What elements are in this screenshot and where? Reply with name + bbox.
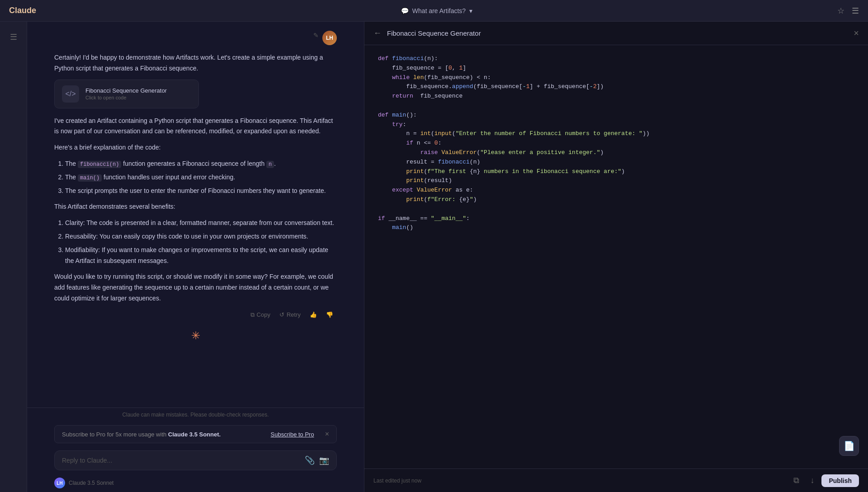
explanation-item-2: The main() function handles user input a… [65, 172, 337, 183]
retry-button[interactable]: ↺ Retry [276, 309, 304, 320]
chevron-down-icon: ▾ [469, 7, 472, 14]
model-bold-text: Claude 3.5 Sonnet. [168, 431, 221, 438]
close-banner-button[interactable]: × [325, 430, 329, 438]
artifact-panel-title-area: ← Fibonacci Sequence Generator [373, 28, 481, 38]
avatar-initials: LH [326, 35, 333, 41]
code-line-12: print(f"The first {n} numbers in the Fib… [378, 167, 854, 177]
download-button[interactable]: ↓ [807, 474, 818, 487]
camera-icon[interactable]: 📷 [319, 455, 329, 465]
explanation-heading: Here's a brief explanation of the code: [54, 142, 337, 153]
code-line-8: n = int(input("Enter the number of Fibon… [378, 129, 854, 139]
subscribe-text: Subscribe to Pro for 5x more usage with … [62, 431, 221, 438]
artifact-panel-footer: Last edited just now ⧉ ↓ Publish [364, 469, 868, 492]
menu-icon[interactable]: ☰ [852, 6, 859, 16]
code-line-blank2 [378, 205, 854, 214]
avatar: LH [322, 31, 337, 45]
explanation-item-3: The script prompts the user to enter the… [65, 186, 337, 197]
retry-label: Retry [287, 311, 301, 318]
assistant-paragraph-1: Certainly! I'd be happy to demonstrate h… [54, 52, 337, 74]
model-badge: LH [54, 478, 65, 488]
code-line-13: print(result) [378, 176, 854, 186]
code-line-6: def main(): [378, 111, 854, 120]
thumbs-up-icon: 👍 [310, 311, 317, 318]
subscribe-to-pro-link[interactable]: Subscribe to Pro [271, 431, 314, 438]
retry-icon: ↺ [279, 311, 284, 318]
benefit-1: Clarity: The code is presented in a clea… [65, 218, 337, 229]
code-line-10: raise ValueError("Please enter a positiv… [378, 148, 854, 158]
thumbs-up-button[interactable]: 👍 [306, 309, 321, 320]
copy-icon: ⧉ [250, 311, 255, 319]
artifact-panel-title: Fibonacci Sequence Generator [387, 29, 481, 37]
copy-button[interactable]: ⧉ Copy [247, 309, 274, 320]
artifact-panel-header: ← Fibonacci Sequence Generator × [364, 22, 868, 45]
subscribe-banner: Subscribe to Pro for 5x more usage with … [54, 425, 337, 443]
code-line-2: fib_sequence = [0, 1] [378, 64, 854, 73]
benefits-list: Clarity: The code is presented in a clea… [54, 218, 337, 266]
attachment-icon[interactable]: 📎 [305, 455, 315, 465]
chat-messages: ✎ LH Certainly! I'd be happy to demonstr… [27, 22, 364, 408]
copy-label: Copy [257, 311, 270, 318]
sidebar-icon-1[interactable]: ☰ [5, 29, 22, 45]
artifact-card-subtitle: Click to open code [85, 95, 191, 100]
benefits-heading: This Artifact demonstrates several benef… [54, 201, 337, 212]
code-icon: Fibonacci Sequence Generator </> [62, 85, 79, 103]
footer-actions: ⧉ ↓ Publish [790, 474, 859, 487]
code-line-3: while len(fib_sequence) < n: [378, 73, 854, 83]
code-line-11: result = fibonacci(n) [378, 158, 854, 167]
topbar-actions: ☆ ☰ [837, 6, 859, 16]
message-actions: ⧉ Copy ↺ Retry 👍 👎 [54, 309, 337, 320]
code-line-1: def fibonacci(n): [378, 54, 854, 64]
chat-bottom: Claude can make mistakes. Please double-… [27, 408, 364, 425]
code-content: def fibonacci(n): fib_sequence = [0, 1] … [364, 45, 868, 469]
floating-doc-button[interactable]: 📄 [839, 436, 859, 456]
back-button[interactable]: ← [373, 28, 382, 38]
code-line-7: try: [378, 120, 854, 130]
model-info-bar: LH Claude 3.5 Sonnet [27, 474, 364, 492]
closing-paragraph: Would you like to try running this scrip… [54, 272, 337, 304]
explanation-list: The fibonacci(n) function generates a Fi… [54, 159, 337, 196]
benefit-2: Reusability: You can easily copy this co… [65, 231, 337, 242]
last-edited-text: Last edited just now [373, 478, 421, 484]
copy-code-button[interactable]: ⧉ [790, 474, 803, 487]
topbar: Claude 💬 What are Artifacts? ▾ ☆ ☰ [0, 0, 868, 22]
chat-bubble-icon: 💬 [401, 7, 409, 14]
code-line-14: except ValueError as e: [378, 186, 854, 195]
left-sidebar: ☰ [0, 22, 27, 492]
disclaimer-text: Claude can make mistakes. Please double-… [54, 412, 337, 418]
benefit-3: Modifiability: If you want to make chang… [65, 245, 337, 267]
edit-icon[interactable]: ✎ [313, 32, 319, 39]
code-line-15: print(f"Error: {e}") [378, 195, 854, 205]
artifacts-help-button[interactable]: 💬 What are Artifacts? ▾ [401, 7, 472, 14]
main-area: ☰ ✎ LH Certainly! I'd be happy to demons… [0, 22, 868, 492]
download-icon: ↓ [810, 476, 814, 485]
chat-area: ✎ LH Certainly! I'd be happy to demonstr… [27, 22, 364, 492]
artifact-card-title: Fibonacci Sequence Generator [85, 87, 191, 94]
copy-code-icon: ⧉ [793, 476, 799, 485]
artifact-panel: ← Fibonacci Sequence Generator × def fib… [364, 22, 868, 492]
doc-icon: 📄 [844, 440, 855, 451]
input-area: 📎 📷 [54, 450, 337, 470]
claude-asterisk-logo: ✳ [191, 329, 200, 342]
user-message-container: ✎ LH [54, 31, 337, 45]
code-line-16: if __name__ == "__main__": [378, 214, 854, 224]
thumbs-down-icon: 👎 [326, 311, 333, 318]
code-line-17: main() [378, 223, 854, 233]
code-line-9: if n <= 0: [378, 139, 854, 148]
model-name: Claude 3.5 Sonnet [69, 480, 113, 486]
code-line-5: return fib_sequence [378, 92, 854, 101]
artifact-info: Fibonacci Sequence Generator Click to op… [85, 87, 191, 100]
code-line-4: fib_sequence.append(fib_sequence[-1] + f… [378, 82, 854, 92]
publish-button[interactable]: Publish [821, 474, 859, 487]
thumbs-down-button[interactable]: 👎 [322, 309, 337, 320]
assistant-message-1: Certainly! I'd be happy to demonstrate h… [54, 52, 337, 320]
explanation-item-1: The fibonacci(n) function generates a Fi… [65, 159, 337, 169]
assistant-paragraph-2: I've created an Artifact containing a Py… [54, 116, 337, 137]
artifact-card[interactable]: Fibonacci Sequence Generator </> Fibonac… [54, 80, 199, 108]
artifacts-help-label: What are Artifacts? [412, 7, 466, 14]
chat-input[interactable] [62, 457, 300, 464]
bookmark-icon[interactable]: ☆ [837, 6, 844, 16]
close-panel-button[interactable]: × [854, 28, 859, 38]
app-logo: Claude [9, 6, 36, 15]
code-line-blank1 [378, 101, 854, 111]
